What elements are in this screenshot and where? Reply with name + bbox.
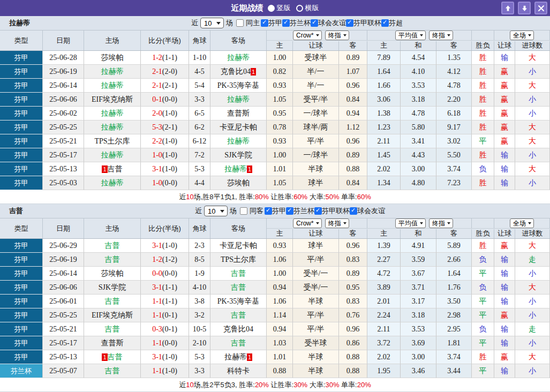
eu-home-odds: 1.95 bbox=[367, 364, 401, 378]
handicap-result: 输 bbox=[494, 162, 515, 176]
eu-away-odds: 3.74 bbox=[436, 162, 472, 176]
match-league-type: 芬甲 bbox=[0, 176, 43, 190]
halftime-score: (1-2) bbox=[162, 255, 177, 264]
fulltime-score: 1-1 bbox=[152, 367, 162, 375]
ah-home-odds: 0.78 bbox=[267, 120, 293, 134]
fulltime-score: 0-1 bbox=[152, 95, 162, 104]
eu-home-odds: 3.06 bbox=[367, 93, 401, 107]
odds-source-select[interactable]: 终指 bbox=[429, 218, 453, 228]
match-score: 3-1(1-0) bbox=[141, 350, 189, 364]
odds-source-select[interactable]: 平均值 bbox=[395, 31, 426, 40]
league-checkbox[interactable] bbox=[265, 207, 272, 215]
match-date: 25-06-28 bbox=[43, 51, 84, 65]
match-score: 1-2(1-2) bbox=[141, 253, 189, 267]
odds-source-select[interactable]: 全场 bbox=[510, 31, 534, 40]
odds-source-select[interactable]: 平均值 bbox=[395, 218, 426, 228]
close-button[interactable] bbox=[534, 2, 547, 14]
odds-source-select-value: 终指 bbox=[432, 219, 445, 228]
scroll-up-button[interactable] bbox=[501, 2, 514, 14]
chevron-down-icon bbox=[528, 222, 531, 224]
ah-away-odds: 0.86 bbox=[339, 336, 367, 350]
summary-text: 让胜率: bbox=[269, 381, 293, 389]
match-row: 芬甲25-06-19吉普1-2(1-2)8-5TPS土尔库1.06平/半0.83… bbox=[0, 253, 550, 267]
league-checkbox[interactable] bbox=[350, 207, 357, 215]
league-checkbox[interactable] bbox=[346, 19, 353, 27]
goals-result: 大 bbox=[515, 239, 550, 253]
match-score: 1-1(0-0) bbox=[141, 336, 189, 350]
odds-source-select[interactable]: 终指 bbox=[325, 31, 349, 40]
eu-home-odds: 1.38 bbox=[367, 107, 401, 120]
handicap-result: 输 bbox=[494, 253, 515, 267]
league-checkbox[interactable] bbox=[286, 207, 293, 215]
ah-away-odds: 0.88 bbox=[339, 364, 367, 378]
column-header: 客场 bbox=[210, 31, 267, 50]
match-score: 2-1(2-0) bbox=[141, 65, 189, 79]
home-team: 查普斯 bbox=[84, 336, 141, 350]
sub-column-header: 和 bbox=[401, 229, 436, 238]
same-venue-checkbox[interactable] bbox=[236, 19, 244, 27]
match-row: 芬甲25-05-25EIF埃克纳斯1-1(0-1)3-2吉普1.14平/半0.7… bbox=[0, 308, 550, 322]
summary-text: 20% bbox=[357, 381, 371, 389]
chevron-down-icon bbox=[343, 222, 346, 224]
home-team: SJK学院 bbox=[84, 281, 141, 295]
match-score: 1-0(0-0) bbox=[141, 176, 189, 190]
home-team: 拉赫蒂 bbox=[84, 120, 141, 134]
sub-column-header: 主 bbox=[267, 41, 293, 50]
odds-source-select[interactable]: Crow* bbox=[293, 218, 322, 228]
match-league-type: 芬甲 bbox=[0, 65, 43, 79]
halftime-score: (2-1) bbox=[162, 123, 177, 132]
outcome-result: 平 bbox=[472, 308, 494, 322]
team-name-text: 拉赫蒂 bbox=[101, 178, 124, 188]
odds-source-select[interactable]: 终指 bbox=[325, 218, 349, 228]
handicap-result: 输 bbox=[494, 295, 515, 308]
match-score: 0-3(0-1) bbox=[141, 322, 189, 336]
odds-source-select[interactable]: 全场 bbox=[510, 218, 534, 228]
sub-column-header: 主 bbox=[267, 229, 293, 238]
match-date: 25-05-13 bbox=[43, 162, 84, 176]
fulltime-score: 1-2 bbox=[152, 255, 162, 264]
ah-away-odds: 0.96 bbox=[339, 322, 367, 336]
chevron-down-icon bbox=[216, 22, 221, 25]
team-name-text: 吉普 bbox=[231, 269, 246, 278]
handicap-result: 赢 bbox=[494, 134, 515, 148]
halftime-score: (1-0) bbox=[162, 137, 177, 146]
recent-count-select[interactable]: 10 bbox=[204, 206, 228, 216]
league-checkbox[interactable] bbox=[261, 19, 268, 27]
home-team: 1吉普 bbox=[84, 162, 141, 176]
match-score: 5-3(2-1) bbox=[141, 120, 189, 134]
column-header: 类型 bbox=[0, 218, 43, 238]
ah-handicap-line: 受半/一 bbox=[293, 281, 339, 295]
layout-radio-horizontal[interactable]: 横版 bbox=[296, 3, 319, 13]
ah-home-odds: 1.01 bbox=[267, 350, 293, 364]
outcome-result: 负 bbox=[472, 253, 494, 267]
same-venue-checkbox[interactable] bbox=[240, 207, 247, 215]
summary-text: 80% bbox=[255, 193, 269, 201]
league-checkbox[interactable] bbox=[381, 19, 389, 27]
league-checkbox[interactable] bbox=[311, 19, 318, 27]
ah-away-odds: 0.84 bbox=[339, 93, 367, 107]
goals-result: 小 bbox=[515, 308, 550, 322]
eu-draw-odds: 4.91 bbox=[401, 239, 436, 253]
card-badge: 1 bbox=[251, 68, 256, 76]
corner-count: 3-3 bbox=[189, 93, 210, 107]
scroll-down-button[interactable] bbox=[518, 2, 531, 14]
corner-count: 6-5 bbox=[189, 107, 210, 120]
league-checkbox[interactable] bbox=[314, 207, 322, 215]
odds-source-select[interactable]: Crow* bbox=[293, 31, 322, 40]
league-checkbox-label: 芬甲 bbox=[268, 18, 282, 28]
odds-source-select[interactable]: 终指 bbox=[429, 31, 453, 40]
ah-handicap-line: 半球 bbox=[293, 364, 339, 378]
goals-result: 大 bbox=[515, 281, 550, 295]
match-row: 芬甲25-05-21吉普0-3(0-1)10-5克鲁比040.94平/半0.96… bbox=[0, 322, 550, 336]
ah-handicap-line: 平/半 bbox=[293, 134, 339, 148]
league-checkbox[interactable] bbox=[282, 19, 290, 27]
ah-away-odds: 0.95 bbox=[339, 281, 367, 295]
recent-count-select[interactable]: 10 bbox=[200, 18, 224, 28]
ah-home-odds: 1.05 bbox=[267, 93, 293, 107]
match-league-type: 芬甲 bbox=[0, 295, 43, 308]
goals-result: 小 bbox=[515, 176, 550, 190]
fulltime-score: 2-1 bbox=[152, 81, 162, 90]
league-checkbox-label: 芬超 bbox=[389, 18, 403, 28]
arrow-up-icon bbox=[504, 5, 511, 12]
layout-radio-vertical[interactable]: 竖版 bbox=[268, 3, 291, 13]
